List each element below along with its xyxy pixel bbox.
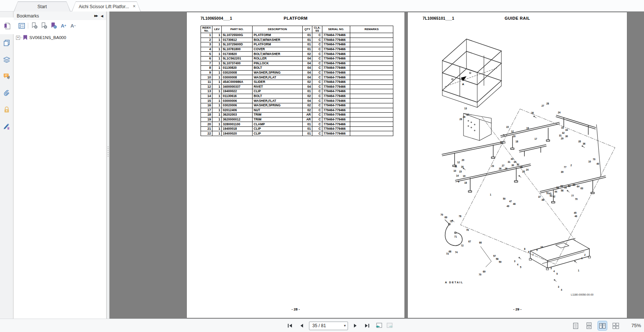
close-tab-icon[interactable]: × (133, 4, 136, 9)
svg-text:56: 56 (568, 185, 571, 187)
bookmark-panel-icon (3, 22, 11, 30)
svg-text:27: 27 (502, 164, 505, 167)
table-row: 115L10725500GPLATFORM01C779464-779466 (201, 33, 393, 38)
svg-text:26: 26 (531, 112, 534, 114)
continuous-view-button[interactable] (585, 321, 593, 330)
panel-tab-signatures[interactable] (0, 118, 13, 135)
comments-icon (3, 72, 10, 80)
facing-view-button[interactable] (598, 321, 607, 330)
table-row: 315L10725600DPLATFORM01C779464-779466 (201, 42, 393, 47)
panel-tab-comments[interactable] (0, 68, 13, 84)
svg-text:31: 31 (508, 161, 511, 163)
next-page-button[interactable] (351, 322, 360, 330)
locate-bookmark-icon[interactable] (49, 22, 59, 30)
svg-text:28: 28 (546, 102, 549, 105)
delete-bookmark-icon[interactable] (30, 22, 39, 30)
chevron-down-icon[interactable]: ▾ (344, 323, 346, 328)
svg-text:1: 1 (578, 269, 579, 272)
svg-text:34: 34 (514, 161, 517, 163)
facing-continuous-view-button[interactable] (611, 321, 620, 330)
panel-resize-grip[interactable] (107, 12, 110, 319)
svg-text:39: 39 (561, 171, 564, 173)
svg-text:76: 76 (466, 229, 469, 231)
svg-text:33: 33 (561, 126, 564, 129)
tab-document[interactable]: Aichi Scissor Lift Platfor... × (72, 1, 141, 12)
svg-text:28: 28 (459, 118, 462, 120)
panel-tab-layers[interactable] (0, 51, 13, 68)
svg-text:17: 17 (534, 138, 537, 140)
table-row: 15103000006WASHER,FLAT04C779464-779466 (201, 99, 393, 103)
svg-text:A: A (462, 83, 464, 86)
svg-text:52: 52 (550, 194, 553, 197)
table-header-cell: INDEX No. (201, 26, 212, 33)
table-row: 10103000008WASHER,FLAT04C779464-779466 (201, 75, 393, 80)
status-bar: ▾ (0, 319, 644, 332)
table-header-cell: SERIAL NO. (322, 26, 350, 33)
panel-tab-attachments[interactable] (0, 84, 13, 101)
bookmark-options-icon[interactable] (17, 22, 26, 30)
svg-text:11: 11 (455, 165, 457, 168)
add-bookmark-icon[interactable] (39, 22, 49, 30)
svg-text:26: 26 (463, 116, 466, 118)
svg-text:34: 34 (565, 129, 568, 131)
panel-tab-security[interactable] (0, 101, 13, 118)
table-row: 2013280001100CLAMP01C779464-779466 (201, 122, 393, 127)
table-row: 22119400020CLIP01C779464-779466 (201, 131, 393, 136)
table-header-cell: CLA- SS (312, 26, 322, 33)
svg-text:21: 21 (500, 141, 503, 144)
svg-text:37: 37 (538, 196, 541, 198)
svg-text:36: 36 (583, 142, 586, 145)
svg-text:4: 4 (553, 270, 555, 273)
svg-text:48: 48 (513, 203, 516, 205)
table-header-cell: QTY (303, 26, 312, 33)
table-row: 1213400000337RIVET04C779464-779466 (201, 84, 393, 89)
svg-text:20: 20 (462, 159, 465, 161)
next-view-button[interactable] (386, 322, 394, 330)
bookmark-root-item[interactable]: + SV06E1NS_BA000 (14, 34, 106, 41)
increase-text-size-button[interactable]: A+ (59, 22, 68, 30)
previous-view-button[interactable] (374, 322, 383, 330)
first-page-button[interactable] (286, 322, 294, 330)
svg-text:1: 1 (490, 193, 491, 196)
table-row: 8101130820BOLT04C779464-779466 (201, 66, 393, 71)
expand-node-icon[interactable]: + (16, 36, 20, 40)
decrease-text-size-button[interactable]: A− (68, 22, 78, 30)
table-row: 2101730612BOLT,W/WASHER01C779464-779466 (201, 38, 393, 42)
panel-tab-bookmarks[interactable] (0, 17, 14, 34)
page-title-platform: PLATFORM (187, 16, 404, 20)
svg-text:27: 27 (541, 104, 544, 107)
svg-text:30: 30 (565, 135, 568, 138)
panel-tab-pages[interactable] (0, 34, 13, 51)
table-row: 111454C000986ASLIDER02C779464-779466 (201, 80, 393, 84)
pdf-page-29: 7L10065101___1 GUIDE RAIL A (408, 12, 627, 318)
single-page-view-button[interactable] (571, 321, 580, 330)
collapse-panel-icon[interactable]: ◀ (101, 14, 103, 18)
signature-icon (3, 123, 10, 130)
expand-options-icon[interactable]: ▶▶ (94, 14, 97, 17)
previous-page-button[interactable] (297, 322, 306, 330)
svg-text:18: 18 (464, 181, 467, 184)
table-row: 415L10781800COVER01C779464-779466 (201, 47, 393, 52)
svg-text:73: 73 (446, 252, 449, 255)
zoom-level-label: 75% (631, 323, 641, 328)
svg-text:53: 53 (556, 186, 559, 189)
svg-text:18: 18 (515, 140, 518, 143)
svg-text:5: 5 (556, 273, 558, 275)
svg-text:20: 20 (513, 135, 516, 138)
page-indicator-input[interactable] (309, 322, 341, 330)
table-row: 5101730820BOLT,W/WASHER02C779464-779466 (201, 52, 393, 57)
page-indicator-box: ▾ (309, 322, 348, 330)
svg-text:70: 70 (575, 198, 578, 200)
svg-text:28: 28 (505, 167, 508, 170)
svg-text:47: 47 (509, 200, 512, 203)
svg-text:75: 75 (450, 220, 453, 223)
last-page-button[interactable] (363, 322, 371, 330)
svg-text:6: 6 (528, 251, 530, 253)
svg-text:8: 8 (524, 248, 526, 250)
svg-text:10: 10 (540, 246, 543, 248)
table-row: 16103020006WASHER,SPRING02C779464-779466 (201, 103, 393, 108)
tab-start[interactable]: Start (14, 1, 71, 12)
detail-a-label: A DETAIL (445, 281, 464, 284)
table-row: 13119400022CLIP01C779464-779466 (201, 89, 393, 94)
svg-text:4: 4 (517, 263, 518, 266)
